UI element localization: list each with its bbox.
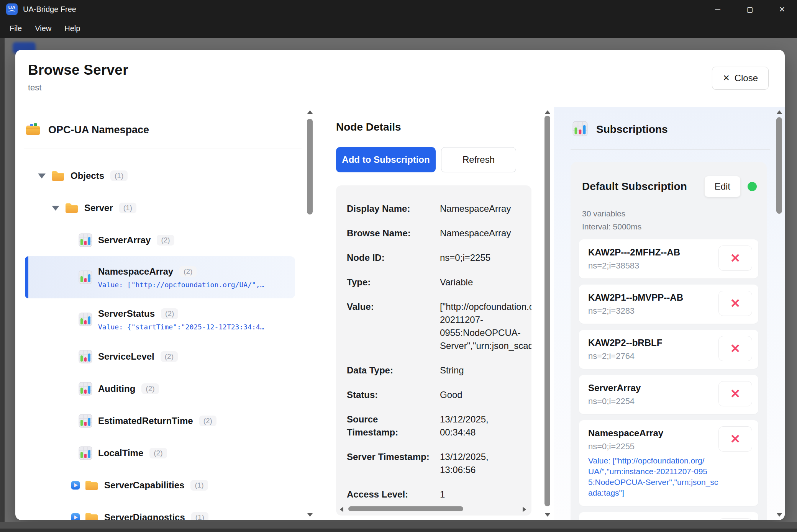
detail-field: Access Level:1 (347, 488, 531, 501)
tree-node-serverarray[interactable]: ServerArray(2) (15, 224, 317, 256)
node-value-preview: Value: ["http://opcfoundation.org/UA/",… (98, 281, 264, 289)
edit-subscription-button[interactable]: Edit (704, 176, 741, 197)
close-window-button[interactable]: ✕ (777, 5, 787, 14)
variable-chart-icon (79, 233, 92, 247)
detail-label: Status: (347, 388, 440, 401)
detail-field: Data Type:String (347, 364, 531, 377)
tree-node-servicelevel[interactable]: ServiceLevel(2) (15, 340, 317, 373)
detail-value: 13/12/2025, 00:34:48 (440, 413, 531, 439)
detail-field: Node ID:ns=0;i=2255 (347, 251, 531, 264)
detail-field: Value:["http://opcfoundation.org/UA/","u… (347, 300, 531, 352)
subscription-item-kaw2p2--brblf: KAW2P2--bRBLFns=2;i=2764✕ (579, 330, 758, 369)
remove-x-icon: ✕ (730, 252, 741, 264)
taskbar-edge (0, 522, 797, 532)
detail-value: ["http://opcfoundation.org/UA/","urn:ins… (440, 300, 531, 352)
tree-scrollbar[interactable] (306, 110, 314, 517)
detail-label: Browse Name: (347, 227, 440, 240)
subscription-item-value-link[interactable]: Value: ["http://opcfoundation.org/ UA/",… (588, 455, 749, 498)
node-details-card: Display Name:NamespaceArrayBrowse Name:N… (336, 185, 531, 516)
subscription-name: Default Subscription (582, 180, 704, 193)
remove-subscription-button[interactable]: ✕ (718, 336, 752, 361)
tree-node-label: Auditing (98, 383, 135, 394)
tree-node-label: Server (84, 203, 113, 213)
subscription-item-name: KAW2P1--bMVPP--AB (588, 292, 716, 303)
subscription-item-node-id: ns=2;i=3283 (588, 306, 716, 316)
subscription-item-namespacearray: NamespaceArrayns=0;i=2255Value: ["http:/… (579, 420, 758, 506)
refresh-button[interactable]: Refresh (441, 147, 516, 172)
remove-subscription-button[interactable]: ✕ (718, 518, 752, 520)
subscription-variable-count: 30 variables (582, 207, 758, 220)
folder-icon (65, 202, 79, 214)
detail-label: Server Timestamp: (347, 450, 440, 476)
folder-icon (85, 512, 98, 520)
minimize-button[interactable]: ─ (713, 5, 723, 13)
menu-view[interactable]: View (28, 22, 58, 35)
close-dialog-button[interactable]: ✕ Close (712, 67, 769, 90)
detail-field: Status:Good (347, 388, 531, 401)
tree-node-estimatedreturntime[interactable]: EstimatedReturnTime(2) (15, 405, 317, 437)
detail-value: Good (440, 388, 531, 401)
detail-label: Source Timestamp: (347, 413, 440, 439)
expander-open-icon[interactable] (51, 205, 60, 211)
remove-subscription-button[interactable]: ✕ (718, 381, 752, 406)
tree-node-label: ServiceLevel (98, 351, 154, 362)
node-details-panel: Node Details Add to Subscription Refresh… (317, 107, 554, 520)
detail-label: Node ID: (347, 251, 440, 264)
folder-icon (51, 170, 65, 182)
detail-field: Browse Name:NamespaceArray (347, 227, 531, 240)
expander-closed-play-icon[interactable] (71, 511, 80, 520)
variable-chart-icon (79, 446, 92, 460)
subscription-item-serverarray: ServerArrayns=0;i=2254✕ (579, 375, 758, 414)
remove-subscription-button[interactable]: ✕ (718, 426, 752, 452)
remove-x-icon: ✕ (730, 433, 741, 445)
menu-file[interactable]: File (3, 22, 28, 35)
variable-chart-icon (79, 270, 92, 284)
default-subscription-card: Default Subscription Edit 30 variables I… (571, 162, 767, 520)
remove-subscription-button[interactable]: ✕ (718, 291, 752, 316)
detail-label: Type: (347, 276, 440, 289)
subscription-interval: Interval: 5000ms (582, 220, 758, 233)
tree-node-label: ServerCapabilities (104, 480, 184, 490)
subscription-status-dot (748, 182, 757, 191)
node-value-preview: Value: {"startTime":"2025-12-12T23:34:4… (98, 323, 264, 331)
variable-chart-icon (79, 414, 92, 428)
child-count-badge: (1) (119, 203, 136, 213)
subscription-item-node-id: ns=0;i=2254 (588, 396, 716, 406)
details-horizontal-scrollbar[interactable] (336, 506, 531, 512)
child-count-badge: (1) (191, 512, 208, 520)
details-scrollbar[interactable] (544, 110, 551, 517)
window-title: UA-Bridge Free (23, 5, 76, 14)
browse-server-dialog: Browse Server test ✕ Close OPC-UA Namesp… (15, 50, 785, 520)
detail-value: NamespaceArray (440, 202, 531, 215)
maximize-button[interactable]: ▢ (745, 5, 755, 14)
child-count-badge: (2) (161, 308, 178, 319)
tree-node-localtime[interactable]: LocalTime(2) (15, 437, 317, 469)
tree-node-server[interactable]: Server(1) (15, 192, 317, 224)
subscription-item-kaw2p1--bmvpp--ab: KAW2P1--bMVPP--ABns=2;i=3283✕ (579, 285, 758, 324)
expander-closed-play-icon[interactable] (71, 479, 80, 491)
detail-field: Display Name:NamespaceArray (347, 202, 531, 215)
tree-node-namespacearray[interactable]: NamespaceArray(2)Value: ["http://opcfoun… (25, 256, 295, 298)
namespace-panel-title: OPC-UA Namespace (48, 124, 149, 136)
variable-chart-icon (79, 382, 92, 396)
add-to-subscription-button[interactable]: Add to Subscription (336, 147, 436, 172)
tree-node-servercapabilities[interactable]: ServerCapabilities(1) (15, 469, 317, 501)
tree-node-auditing[interactable]: Auditing(2) (15, 373, 317, 405)
window-edge (0, 38, 5, 532)
child-count-badge: (2) (161, 351, 178, 362)
tree-node-serverstatus[interactable]: ServerStatus(2)Value: {"startTime":"2025… (15, 298, 317, 340)
child-count-badge: (1) (190, 480, 208, 491)
subscriptions-scrollbar[interactable] (776, 110, 783, 517)
menu-help[interactable]: Help (58, 22, 87, 35)
remove-subscription-button[interactable]: ✕ (718, 246, 752, 271)
card-index-folder-icon (25, 123, 41, 137)
expander-open-icon[interactable] (37, 172, 46, 179)
page-title: Browse Server (28, 62, 785, 78)
child-count-badge: (2) (179, 266, 197, 277)
menu-bar: FileViewHelp (0, 18, 797, 38)
tree-node-label: LocalTime (98, 448, 143, 458)
tree-node-serverdiagnostics[interactable]: ServerDiagnostics(1) (15, 501, 317, 520)
tree-node-label: ServerArray (98, 235, 151, 245)
tree-node-objects[interactable]: Objects(1) (15, 160, 317, 192)
bar-chart-icon (572, 121, 588, 138)
